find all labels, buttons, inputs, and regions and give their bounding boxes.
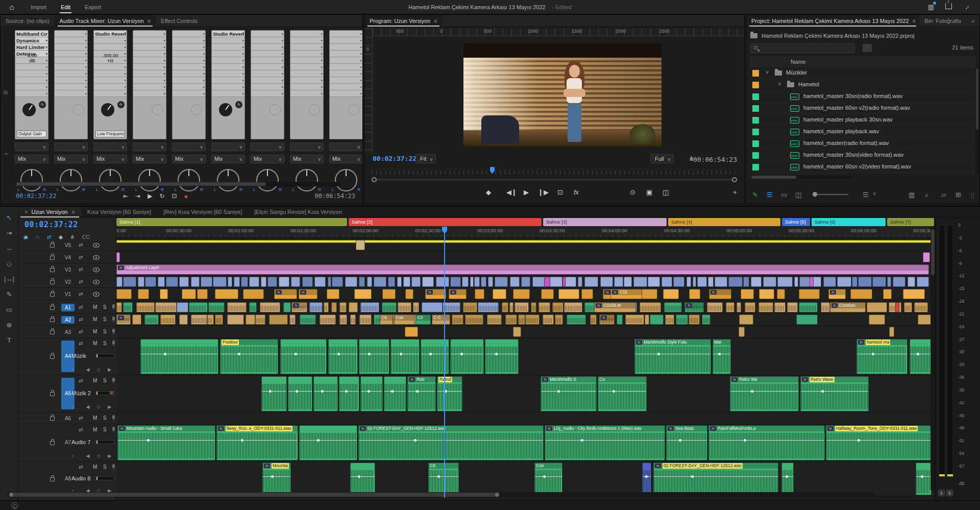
add-marker-button[interactable]: ◆ <box>486 188 491 196</box>
effect-slot[interactable]: ▾ <box>173 64 205 70</box>
pan-knob[interactable]: LR <box>20 169 43 191</box>
clip[interactable] <box>123 277 136 287</box>
clip[interactable] <box>388 277 395 287</box>
output-assign-select[interactable]: Mix∨ <box>290 155 324 163</box>
effect-slot[interactable]: ▾ <box>55 44 87 51</box>
sequence-tab[interactable]: [Elçin Sangu Revize] Kısa Versiyon <box>248 207 348 217</box>
volume-rubber-band[interactable] <box>451 354 483 354</box>
fullscreen-icon[interactable]: ↔ <box>963 3 970 11</box>
clip[interactable] <box>314 277 326 287</box>
clip[interactable] <box>625 314 644 325</box>
clip[interactable] <box>650 314 664 325</box>
effect-slot[interactable]: ▾ <box>251 70 284 77</box>
effect-slot[interactable]: ▾ <box>15 70 48 77</box>
track-volume-fader[interactable] <box>95 476 114 480</box>
clip[interactable] <box>702 314 710 325</box>
clip[interactable] <box>708 277 714 287</box>
label-color-swatch[interactable] <box>752 152 759 159</box>
volume-rubber-band[interactable] <box>654 476 778 477</box>
effect-slot[interactable]: ▾ <box>212 57 244 64</box>
effect-slot[interactable]: ▾ <box>133 70 166 77</box>
track-header-a7[interactable]: A7⇄MSAudio 7○. ◀ ◇ ▶ <box>18 425 116 462</box>
sync-lock-icon[interactable]: ⇄ <box>79 291 83 297</box>
effect-slot[interactable]: ▾ <box>173 51 205 57</box>
clip[interactable] <box>213 277 227 287</box>
volume-rubber-band[interactable] <box>485 354 518 354</box>
clip[interactable] <box>663 289 679 299</box>
sends-select[interactable]: ∨ <box>172 142 206 151</box>
timeline-vertical-scrollbar[interactable] <box>930 227 935 490</box>
clip[interactable]: fx02 FOREST-DAY_GEN-HDF-12512.wav <box>358 425 544 460</box>
sends-select[interactable]: ∨ <box>133 142 166 151</box>
clip[interactable] <box>436 277 449 287</box>
clip[interactable] <box>474 277 480 287</box>
effect-slot[interactable]: ▾ <box>212 70 244 77</box>
clip[interactable]: fxhametol ma <box>856 339 908 374</box>
clip[interactable] <box>889 327 894 337</box>
clip[interactable] <box>872 277 886 287</box>
sync-lock-icon[interactable]: ⇄ <box>79 254 83 260</box>
volume-rubber-band[interactable] <box>598 391 646 392</box>
clip[interactable] <box>359 339 389 374</box>
clip[interactable] <box>208 302 225 312</box>
clip[interactable]: fxRetro Wave <box>800 376 869 411</box>
clip[interactable] <box>299 425 357 460</box>
effect-slot[interactable]: ▾ <box>55 64 87 70</box>
clip[interactable] <box>600 277 613 287</box>
effect-slot[interactable]: ▾ <box>173 77 205 84</box>
clip[interactable] <box>590 314 597 325</box>
voiceover-record-icon[interactable] <box>112 427 115 431</box>
search-in-bin-icon[interactable] <box>863 44 872 52</box>
clip[interactable] <box>339 314 347 325</box>
clip[interactable]: C0 <box>415 314 431 325</box>
effect-slot[interactable]: ▾ <box>94 44 127 51</box>
pan-knob[interactable]: LR <box>335 169 357 191</box>
clip[interactable]: fxMarshmello Style Futu <box>634 339 711 374</box>
clip[interactable] <box>910 339 932 374</box>
track-header-v3[interactable]: V3⇄ <box>18 264 116 276</box>
clip[interactable] <box>138 289 149 299</box>
track-target-badge[interactable]: A1 <box>61 304 75 311</box>
effect-slot[interactable]: ▾ <box>330 90 362 97</box>
clip[interactable] <box>799 302 818 312</box>
voiceover-record-icon[interactable] <box>112 304 115 308</box>
fx-bypass-icon[interactable]: fx <box>235 101 242 108</box>
effect-slot[interactable]: ▾ <box>290 90 323 97</box>
tab-bin[interactable]: Bin: Fotoğrafla <box>919 15 966 27</box>
track-row-v2[interactable] <box>116 276 935 288</box>
tab-overflow-chevron[interactable]: » <box>966 15 979 27</box>
lock-icon[interactable] <box>50 268 55 272</box>
workspace-icon[interactable]: ▥ <box>928 3 934 11</box>
label-color-swatch[interactable] <box>752 164 759 171</box>
effect-parameter-knob[interactable] <box>219 103 232 116</box>
program-video[interactable] <box>463 43 662 147</box>
chevron-down-icon[interactable]: ∨ <box>778 81 781 86</box>
effect-slot[interactable]: ▾ <box>212 44 244 51</box>
volume-rubber-band[interactable] <box>709 440 824 441</box>
effect-slot[interactable]: ▾ <box>290 37 323 44</box>
clip[interactable] <box>728 277 743 287</box>
clip[interactable] <box>179 314 188 325</box>
effect-slot[interactable]: ▾ <box>133 37 166 44</box>
clip[interactable] <box>645 314 649 325</box>
volume-rubber-band[interactable] <box>262 391 286 392</box>
hand-tool[interactable]: ⊕ <box>0 321 18 329</box>
clip[interactable] <box>493 289 506 299</box>
effect-slot[interactable]: ▾ <box>251 44 284 51</box>
clip[interactable] <box>339 302 347 312</box>
volume-rubber-band[interactable] <box>361 391 382 392</box>
sends-select[interactable]: ∨ <box>251 142 284 151</box>
effect-slot[interactable]: ▾ <box>173 90 205 97</box>
track-row-a1[interactable]: fxfxfxC0109.MfxConstan <box>116 302 935 313</box>
step-back-button[interactable]: ◀❙ <box>506 188 517 196</box>
clip[interactable] <box>132 314 141 325</box>
clip[interactable] <box>648 277 660 287</box>
fx-bypass-icon[interactable]: fx <box>117 101 125 108</box>
step-forward-button[interactable]: ❙▶ <box>538 188 549 196</box>
clip[interactable] <box>283 302 291 312</box>
clip-row[interactable]: hametol_master playback 30sn.wav <box>750 114 975 126</box>
effect-slot[interactable]: Studio Reverl▾ <box>212 31 244 37</box>
effect-slot[interactable]: ▾ <box>133 77 166 84</box>
clip[interactable] <box>328 277 331 287</box>
clip[interactable] <box>160 289 168 299</box>
